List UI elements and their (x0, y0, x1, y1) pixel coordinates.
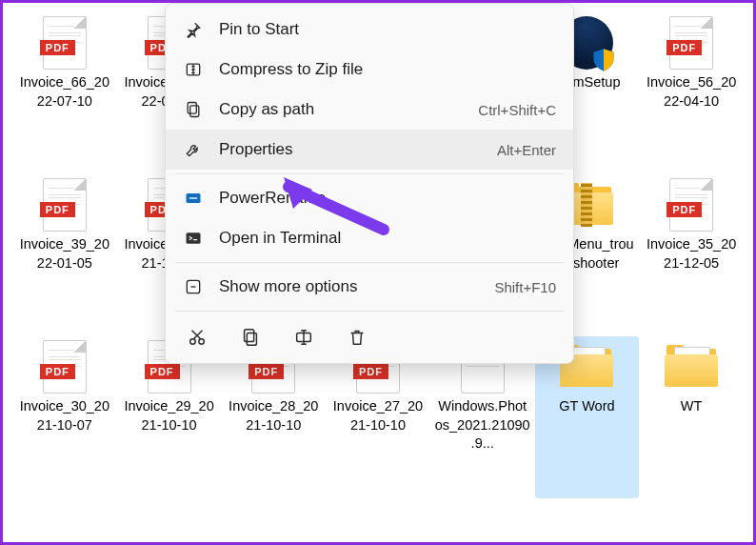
menu-show-more[interactable]: Show more options Shift+F10 (166, 267, 573, 307)
menu-properties[interactable]: Properties Alt+Enter (166, 130, 573, 170)
menu-pin-to-start[interactable]: Pin to Start (166, 10, 573, 50)
menu-label: Open in Terminal (219, 229, 556, 248)
menu-label: Show more options (219, 277, 494, 296)
file-item[interactable]: PDFInvoice_35_2021-12-05 (639, 174, 744, 336)
terminal-icon (183, 228, 204, 249)
file-label: Windows.Photos_2021.21090.9... (435, 397, 530, 454)
svg-rect-4 (187, 232, 201, 244)
menu-label: PowerRename (219, 189, 556, 208)
power-rename-icon (183, 188, 204, 209)
file-label: Invoice_35_2021-12-05 (644, 235, 739, 272)
file-item[interactable]: PDFInvoice_30_2021-10-07 (12, 336, 117, 498)
wrench-icon (183, 139, 204, 160)
menu-label: Copy as path (219, 100, 478, 119)
pdf-file-icon: PDF (38, 16, 91, 70)
file-item[interactable]: WT (639, 336, 744, 498)
pdf-file-icon: PDF (38, 340, 91, 394)
file-label: WT (681, 397, 703, 416)
context-menu: Pin to Start Compress to Zip file Copy a… (165, 3, 574, 364)
rename-icon[interactable] (291, 325, 316, 350)
file-item[interactable]: PDFInvoice_56_2022-04-10 (639, 12, 744, 174)
file-item[interactable]: PDFInvoice_66_2022-07-10 (12, 12, 117, 174)
delete-icon[interactable] (345, 325, 369, 350)
file-label: Invoice_56_2022-04-10 (644, 73, 739, 111)
svg-point-6 (190, 339, 196, 345)
menu-shortcut: Ctrl+Shift+C (478, 102, 556, 118)
folder-icon (665, 340, 718, 394)
svg-rect-1 (188, 103, 196, 114)
file-label: GT Word (559, 397, 614, 416)
menu-copy-as-path[interactable]: Copy as path Ctrl+Shift+C (166, 90, 573, 130)
menu-label: Properties (219, 140, 497, 159)
file-label: Invoice_27_2021-10-10 (330, 397, 426, 434)
menu-shortcut: Shift+F10 (494, 279, 556, 295)
file-label: Invoice_66_2022-07-10 (17, 73, 112, 111)
menu-separator (175, 311, 564, 312)
cut-icon[interactable] (185, 325, 209, 350)
copy-path-icon (183, 99, 204, 120)
menu-label: Pin to Start (219, 20, 556, 39)
file-item[interactable]: PDFInvoice_39_2022-01-05 (12, 174, 117, 336)
svg-rect-9 (247, 333, 256, 345)
show-more-icon (183, 276, 204, 297)
file-label: Invoice_30_2021-10-07 (17, 397, 112, 434)
menu-shortcut: Alt+Enter (497, 142, 556, 158)
menu-separator (175, 173, 564, 174)
pin-icon (183, 19, 204, 40)
pdf-file-icon: PDF (665, 178, 718, 232)
copy-icon[interactable] (238, 325, 263, 350)
menu-compress-zip[interactable]: Compress to Zip file (166, 50, 573, 90)
pdf-file-icon: PDF (665, 16, 718, 70)
pdf-file-icon: PDF (38, 178, 91, 232)
menu-power-rename[interactable]: PowerRename (166, 178, 573, 218)
zip-icon (183, 59, 204, 80)
file-label: Invoice_39_2022-01-05 (17, 235, 112, 272)
file-label: Invoice_28_2021-10-10 (226, 397, 321, 434)
svg-point-7 (199, 339, 205, 345)
menu-open-terminal[interactable]: Open in Terminal (166, 218, 573, 258)
menu-label: Compress to Zip file (219, 60, 556, 79)
file-label: Invoice_29_2021-10-10 (122, 397, 217, 434)
menu-separator (175, 262, 564, 263)
svg-rect-2 (190, 106, 199, 117)
svg-rect-8 (245, 330, 254, 342)
menu-action-row (166, 315, 573, 357)
